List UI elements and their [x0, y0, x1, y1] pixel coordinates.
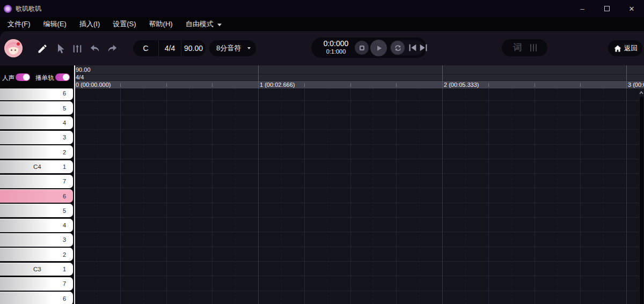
stop-button[interactable]: [355, 41, 369, 55]
degree-label: 6: [63, 90, 66, 97]
grid-beat-line: [396, 88, 397, 304]
piano-key-deg6-14[interactable]: 6: [0, 292, 73, 304]
grid-beat-line: [488, 88, 489, 304]
piano-key-C3[interactable]: C31: [0, 263, 73, 276]
pencil-tool-button[interactable]: [35, 42, 49, 56]
piano-key-deg6-7[interactable]: 6: [0, 189, 73, 203]
timeline-ruler[interactable]: 90.00 4/4 0 (00:00.000)1 (00:02.666)2 (0…: [74, 65, 644, 88]
menu-item-5[interactable]: 帮助(H): [143, 17, 179, 31]
piano-key-deg2-11[interactable]: 2: [0, 248, 73, 261]
grid-row-line: [74, 261, 639, 262]
piano-key-deg4-9[interactable]: 4: [0, 219, 73, 232]
measure-label-2: 2 (00:05.333): [444, 81, 479, 88]
undo-button[interactable]: [88, 42, 102, 56]
grid-beat-line: [535, 88, 535, 304]
undo-icon: [89, 43, 101, 54]
beat-tick: [120, 83, 121, 87]
grid-row-line: [74, 115, 639, 115]
minimize-button[interactable]: –: [570, 0, 595, 17]
vertical-scrollbar[interactable]: [639, 88, 644, 304]
piano-key-deg5-8[interactable]: 5: [0, 204, 73, 217]
beat-tick: [166, 83, 167, 87]
grid-row-line: [74, 276, 639, 276]
beat-tick: [580, 83, 581, 87]
grid-row-line: [74, 217, 639, 218]
playhead[interactable]: [74, 65, 75, 304]
avatar-image: [4, 39, 23, 57]
skip-to-end-button[interactable]: [419, 43, 428, 53]
time-signature-selector[interactable]: 4/4: [159, 40, 181, 56]
select-tool-button[interactable]: [54, 42, 68, 56]
piano-key-deg5-1[interactable]: 5: [0, 101, 73, 115]
loop-button[interactable]: [391, 41, 405, 55]
menu-item-4[interactable]: 设置(S): [106, 17, 142, 31]
note-grid[interactable]: [74, 88, 639, 304]
measure-line: [442, 65, 443, 88]
octave-label: C4: [33, 164, 41, 170]
piano-key-deg6-0[interactable]: 6: [0, 88, 73, 100]
note-length-dropdown[interactable]: 8分音符: [209, 40, 256, 56]
measure-label-1: 1 (00:02.666): [260, 81, 295, 88]
maximize-button[interactable]: [595, 0, 619, 17]
piano-key-C4[interactable]: C41: [0, 160, 73, 174]
degree-label: 3: [63, 236, 66, 243]
scroll-up-button[interactable]: [639, 90, 644, 96]
ruler-time-signature: 4/4: [76, 74, 84, 80]
tracks-icon: [533, 44, 534, 51]
single-track-toggle[interactable]: [55, 73, 70, 81]
back-home-button[interactable]: 返回: [608, 40, 642, 56]
menu-item-3[interactable]: 插入(I): [73, 17, 106, 31]
pitch-tool-button[interactable]: [70, 42, 84, 56]
beat-tick: [488, 83, 489, 87]
degree-label: 2: [63, 251, 66, 258]
app-window: 歌叽歌叽 – ✕ 文件(F)编辑(E)插入(I)设置(S)帮助(H)自由模式: [0, 0, 644, 304]
piano-key-deg4-2[interactable]: 4: [0, 116, 73, 130]
grid-row-line: [74, 144, 639, 145]
redo-button[interactable]: [105, 42, 119, 56]
piano-key-deg3-10[interactable]: 3: [0, 233, 73, 247]
degree-label: 1: [63, 266, 66, 272]
vocal-toggle[interactable]: [16, 73, 30, 81]
current-time: 0:0:000: [320, 39, 352, 48]
beat-tick: [535, 83, 535, 87]
piano-key-deg2-4[interactable]: 2: [0, 145, 73, 159]
window-title: 歌叽歌叽: [16, 4, 41, 13]
piano-key-deg7-6[interactable]: 7: [0, 175, 73, 188]
tempo-ruler-row: 90.00: [74, 65, 644, 75]
grid-eighth-line: [603, 88, 604, 304]
piano-key-deg7-13[interactable]: 7: [0, 277, 73, 291]
toolbar: C 4/4 90.00 8分音符 0:0:000 0:1:000: [0, 31, 644, 65]
menu-item-1[interactable]: 文件(F): [1, 17, 37, 31]
avatar[interactable]: [4, 39, 23, 57]
degree-label: 5: [63, 105, 66, 112]
grid-eighth-line: [281, 88, 282, 304]
grid-row-line: [74, 100, 639, 101]
loop-icon: [394, 45, 402, 51]
tempo-selector[interactable]: 90.00: [181, 40, 206, 56]
grid-measure-line: [626, 88, 627, 304]
piano-key-deg3-3[interactable]: 3: [0, 131, 73, 144]
app-logo-icon: [4, 5, 12, 13]
measure-line: [258, 65, 259, 88]
menu-item-2[interactable]: 编辑(E): [37, 17, 73, 31]
time-signature-ruler-row: 4/4: [74, 75, 644, 81]
chevron-down-icon: [247, 47, 251, 49]
menu-item-6[interactable]: 自由模式: [179, 17, 228, 31]
grid-eighth-line: [327, 88, 328, 304]
grid-row-line: [74, 232, 639, 232]
tracks-button[interactable]: [530, 44, 537, 51]
octave-label: C3: [33, 266, 41, 272]
scrollbar-thumb[interactable]: [639, 97, 643, 304]
lyrics-button[interactable]: 词: [513, 42, 522, 54]
skip-start-icon: [408, 43, 418, 53]
scroll-up-icon: [639, 91, 643, 94]
key-selector[interactable]: C: [133, 40, 158, 56]
degree-label: 5: [63, 207, 66, 214]
degree-label: 1: [63, 164, 66, 170]
redo-icon: [106, 43, 118, 54]
close-button[interactable]: ✕: [619, 0, 644, 17]
play-button[interactable]: [370, 40, 387, 56]
beat-tick: [212, 83, 213, 87]
vocal-toggle-label: 人声: [2, 74, 14, 82]
skip-to-start-button[interactable]: [408, 43, 418, 53]
